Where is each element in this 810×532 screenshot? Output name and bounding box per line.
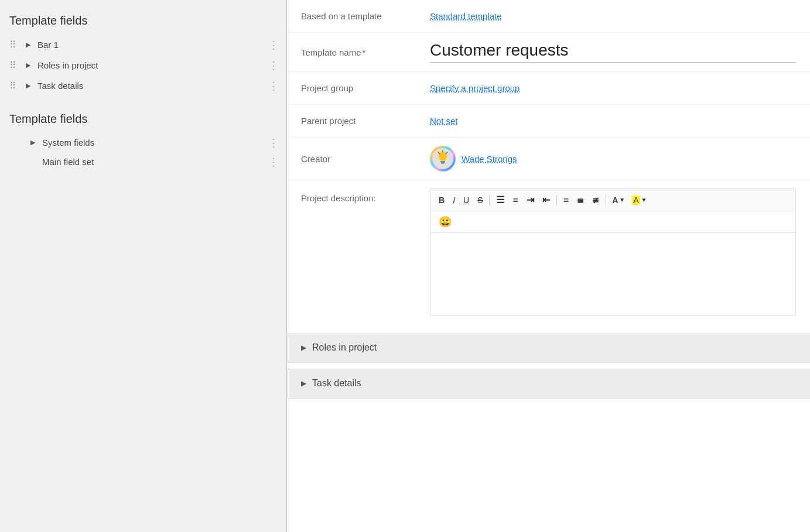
task-collapse-header[interactable]: ▶ Task details	[287, 369, 810, 398]
indent-more-button[interactable]: ⇥	[523, 193, 538, 207]
chevron-roles[interactable]: ▶	[23, 61, 33, 70]
editor-body[interactable]	[430, 233, 795, 315]
underline-button[interactable]: U	[460, 194, 473, 207]
based-on-value: Standard template	[430, 11, 796, 21]
project-group-label: Project group	[301, 83, 430, 93]
drag-handle-bar1[interactable]: ⠿	[9, 39, 18, 50]
context-menu-system[interactable]	[268, 136, 279, 149]
drag-handle-task[interactable]: ⠿	[9, 80, 18, 91]
task-collapse-title: Task details	[312, 378, 361, 389]
svg-rect-4	[441, 163, 445, 164]
context-menu-roles[interactable]	[268, 59, 279, 72]
form-section: Based on a template Standard template Te…	[287, 0, 810, 324]
item-label-bar1: Bar 1	[37, 40, 276, 50]
based-on-label: Based on a template	[301, 11, 430, 21]
creator-row: Creator Wade Stro	[287, 138, 810, 180]
align-left-button[interactable]: ≡	[560, 193, 572, 207]
tree-item-system[interactable]: ▶ System fields	[0, 133, 286, 152]
required-star: *	[363, 47, 366, 57]
parent-project-label: Parent project	[301, 116, 430, 126]
highlight-button[interactable]: A ▼	[629, 194, 650, 207]
template-name-input[interactable]	[430, 41, 796, 63]
unordered-list-button[interactable]: ≡	[509, 193, 521, 207]
highlight-dropdown-icon: ▼	[641, 197, 647, 203]
section1-title: Template fields	[0, 9, 286, 35]
creator-value: Wade Strongs	[430, 146, 796, 171]
template-name-field	[430, 41, 796, 63]
avatar	[430, 146, 456, 171]
parent-project-row: Parent project Not set	[287, 105, 810, 138]
parent-project-link[interactable]: Not set	[430, 116, 458, 126]
tree-item-bar1[interactable]: ⠿ ▶ Bar 1	[0, 35, 286, 55]
emoji-row: 😀	[430, 211, 795, 233]
toolbar-sep2	[556, 195, 557, 205]
chevron-system[interactable]: ▶	[28, 138, 37, 147]
template-name-label: Template name*	[301, 47, 430, 57]
spacer2	[287, 364, 810, 369]
project-group-value: Specify a project group	[430, 83, 796, 93]
indent-less-button[interactable]: ⇤	[539, 193, 553, 207]
project-group-row: Project group Specify a project group	[287, 72, 810, 105]
chevron-task[interactable]: ▶	[23, 81, 33, 91]
font-color-icon: A	[612, 195, 618, 205]
task-chevron-icon: ▶	[301, 379, 306, 387]
tree-item-task[interactable]: ⠿ ▶ Task details	[0, 75, 286, 96]
roles-chevron-icon: ▶	[301, 344, 306, 352]
tree-item-roles[interactable]: ⠿ ▶ Roles in project	[0, 55, 286, 75]
template-name-row: Template name*	[287, 33, 810, 72]
creator-label: Creator	[301, 154, 430, 164]
creator-name[interactable]: Wade Strongs	[462, 154, 517, 164]
align-right-button[interactable]: ≢	[589, 194, 603, 207]
emoji-button[interactable]: 😀	[435, 214, 455, 230]
chevron-bar1[interactable]: ▶	[23, 40, 33, 50]
context-menu-task[interactable]	[268, 80, 279, 92]
task-collapse-section: ▶ Task details	[287, 369, 810, 399]
roles-collapse-section: ▶ Roles in project	[287, 333, 810, 363]
roles-collapse-title: Roles in project	[312, 342, 377, 353]
toolbar-sep1	[489, 195, 490, 205]
description-editor: B I U S ☰ ≡ ⇥ ⇤ ≡ ≣ ≢ A ▼	[430, 188, 796, 315]
item-label-system: System fields	[42, 138, 276, 147]
font-color-button[interactable]: A ▼	[609, 194, 628, 207]
context-menu-mainfieldset[interactable]	[268, 156, 279, 169]
drag-handle-roles[interactable]: ⠿	[9, 60, 18, 71]
align-center-button[interactable]: ≣	[573, 194, 587, 207]
item-label-mainfieldset: Main field set	[42, 157, 276, 167]
description-row: Project description: B I U S ☰ ≡ ⇥ ⇤ ≡ ≣…	[287, 180, 810, 324]
editor-toolbar: B I U S ☰ ≡ ⇥ ⇤ ≡ ≣ ≢ A ▼	[430, 189, 795, 211]
description-label: Project description:	[301, 188, 430, 203]
avatar-icon	[432, 148, 453, 169]
project-group-link[interactable]: Specify a project group	[430, 83, 520, 93]
italic-button[interactable]: I	[449, 194, 459, 207]
toolbar-sep3	[606, 195, 606, 205]
roles-collapse-header[interactable]: ▶ Roles in project	[287, 333, 810, 362]
highlight-icon: A	[632, 195, 640, 205]
section2-title: Template fields	[0, 108, 286, 133]
svg-point-2	[439, 152, 446, 160]
context-menu-bar1[interactable]	[268, 39, 279, 52]
tree-item-mainfieldset[interactable]: ▶ Main field set	[0, 152, 286, 171]
strikethrough-button[interactable]: S	[474, 194, 486, 207]
right-panel: Based on a template Standard template Te…	[287, 0, 810, 532]
bold-button[interactable]: B	[435, 194, 448, 207]
ordered-list-button[interactable]: ☰	[493, 193, 508, 207]
left-panel: Template fields ⠿ ▶ Bar 1 ⠿ ▶ Roles in p…	[0, 0, 287, 532]
spacer	[287, 324, 810, 333]
item-label-task: Task details	[37, 81, 276, 91]
font-color-dropdown-icon: ▼	[619, 197, 625, 203]
parent-project-value: Not set	[430, 116, 796, 126]
template-link[interactable]: Standard template	[430, 11, 502, 21]
based-on-row: Based on a template Standard template	[287, 0, 810, 33]
item-label-roles: Roles in project	[37, 60, 276, 70]
section-divider	[0, 96, 286, 108]
